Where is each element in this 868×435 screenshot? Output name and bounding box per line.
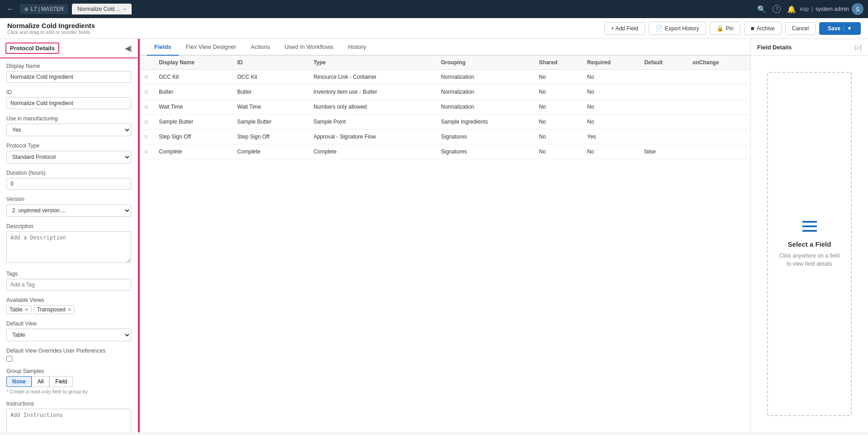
- drag-handle-icon[interactable]: ≡: [144, 118, 148, 125]
- cell-id: Sample Butter: [232, 115, 309, 129]
- back-button[interactable]: ←: [5, 3, 16, 16]
- instructions-label: Instructions: [6, 401, 131, 407]
- display-name-input[interactable]: [6, 71, 131, 83]
- col-header-id[interactable]: ID: [232, 56, 309, 70]
- description-textarea[interactable]: [6, 231, 131, 263]
- col-header-shared[interactable]: Shared: [535, 56, 583, 70]
- default-view-label: Default View: [6, 320, 131, 327]
- cancel-button[interactable]: Cancel: [785, 22, 816, 35]
- header-actions: + Add Field 📄 Export History 🔒 Pin ■ Arc…: [604, 22, 861, 35]
- group-samples-none-button[interactable]: None: [6, 376, 32, 387]
- save-dropdown-icon[interactable]: ▼: [844, 25, 852, 32]
- add-field-button[interactable]: + Add Field: [604, 22, 645, 35]
- available-views-field: Available Views Table ✕ Transposed ✕: [6, 297, 131, 314]
- drag-handle-icon[interactable]: ≡: [144, 133, 148, 140]
- page-title-block: Normalize Cold Ingredients Click and dra…: [7, 22, 604, 35]
- page-title: Normalize Cold Ingredients: [7, 22, 604, 29]
- cell-required: No: [583, 70, 640, 85]
- cell-type: Resource Link - Container: [309, 70, 436, 85]
- view-tag-transposed[interactable]: Transposed ✕: [34, 305, 75, 314]
- table-row[interactable]: ≡ Step Sign Off Step Sign Off Approval -…: [140, 129, 750, 144]
- user-lang: esp: [800, 6, 808, 12]
- save-button[interactable]: Save ▼: [819, 22, 861, 35]
- id-input[interactable]: [6, 97, 131, 109]
- cell-onchange: [688, 100, 750, 115]
- archive-icon: ■: [751, 25, 754, 32]
- col-header-type[interactable]: Type: [309, 56, 436, 70]
- svg-rect-1: [802, 225, 817, 227]
- cell-type: Approval - Signature Flow: [309, 129, 436, 144]
- cell-shared: No: [535, 100, 583, 115]
- col-header-default[interactable]: Default: [640, 56, 688, 70]
- drag-handle-icon[interactable]: ≡: [144, 88, 148, 96]
- tab-actions[interactable]: Actions: [243, 39, 277, 56]
- table-row[interactable]: ≡ OCC Kit OCC Kit Resource Link - Contai…: [140, 70, 750, 85]
- view-tag-transposed-label: Transposed: [37, 306, 66, 313]
- left-panel: Protocol Details ◀| Display Name ID Use …: [0, 39, 138, 432]
- search-icon[interactable]: 🔍: [757, 5, 766, 14]
- version-select[interactable]: 2. unpinned version ...: [6, 204, 131, 217]
- duration-input[interactable]: [6, 178, 131, 190]
- instructions-field: Instructions: [6, 401, 131, 432]
- tags-input[interactable]: [6, 279, 131, 291]
- right-panel: Field Details ▷| Select a Field Click an…: [750, 39, 868, 432]
- archive-label: Archive: [757, 25, 775, 32]
- drag-handle-icon[interactable]: ≡: [144, 73, 148, 81]
- col-header-grouping[interactable]: Grouping: [436, 56, 535, 70]
- remove-table-view-icon[interactable]: ✕: [24, 307, 28, 313]
- available-views-label: Available Views: [6, 297, 131, 303]
- cell-required: No: [583, 100, 640, 115]
- group-samples-buttons: None All Field: [6, 376, 131, 387]
- drag-handle-icon[interactable]: ≡: [144, 148, 148, 155]
- group-samples-field-button[interactable]: Field: [49, 376, 73, 387]
- pin-button[interactable]: 🔒 Pin: [710, 22, 740, 35]
- table-row[interactable]: ≡ Complete Complete Complete Signatures …: [140, 144, 750, 159]
- table-row[interactable]: ≡ Wait Time Wait Time Numbers only allow…: [140, 100, 750, 115]
- tab-flex-view-designer[interactable]: Flex View Designer: [179, 39, 244, 56]
- tab-history[interactable]: History: [341, 39, 373, 56]
- remove-transposed-view-icon[interactable]: ✕: [67, 307, 71, 313]
- export-icon: 📄: [655, 25, 663, 32]
- col-header-display-name[interactable]: Display Name: [154, 56, 232, 70]
- cell-display-name: Sample Butter: [154, 115, 232, 129]
- default-view-select[interactable]: Table Transposed: [6, 329, 131, 341]
- tags-field: Tags: [6, 271, 131, 291]
- table-row[interactable]: ≡ Butter Butter Inventory item use - But…: [140, 85, 750, 100]
- table-row[interactable]: ≡ Sample Butter Sample Butter Sample Poi…: [140, 115, 750, 129]
- export-history-button[interactable]: 📄 Export History: [649, 22, 706, 35]
- tags-label: Tags: [6, 271, 131, 277]
- app-label[interactable]: ⊞ L7 | MASTER: [20, 4, 68, 14]
- cell-display-name: Step Sign Off: [154, 129, 232, 144]
- protocol-details-header: Protocol Details ◀|: [0, 39, 138, 58]
- default-view-overrides-checkbox[interactable]: [6, 356, 12, 362]
- instructions-textarea[interactable]: [6, 409, 131, 432]
- cell-grouping: Normalization: [436, 70, 535, 85]
- cell-shared: No: [535, 85, 583, 100]
- active-tab[interactable]: Normalize Cold ... ×: [72, 4, 132, 14]
- protocol-type-select[interactable]: Standard Protocol: [6, 151, 131, 163]
- view-tag-table[interactable]: Table ✕: [6, 305, 32, 314]
- cell-display-name: Wait Time: [154, 100, 232, 115]
- close-tab-icon[interactable]: ×: [123, 6, 126, 12]
- col-header-required[interactable]: Required: [583, 56, 640, 70]
- help-icon[interactable]: ?: [773, 5, 781, 13]
- cell-id: Step Sign Off: [232, 129, 309, 144]
- page-subtitle: Click and drag to edit or reorder fields: [7, 29, 604, 35]
- archive-button[interactable]: ■ Archive: [744, 22, 782, 35]
- duration-field: Duration (hours): [6, 170, 131, 190]
- notifications-icon[interactable]: 🔔: [787, 5, 796, 14]
- col-header-onchange[interactable]: onChange: [688, 56, 750, 70]
- avatar[interactable]: S: [852, 3, 863, 15]
- tab-fields[interactable]: Fields: [147, 39, 179, 56]
- drag-handle-icon[interactable]: ≡: [144, 103, 148, 110]
- collapse-left-panel-button[interactable]: ◀|: [125, 44, 132, 53]
- cell-shared: No: [535, 144, 583, 159]
- select-field-placeholder: Select a Field Click anywhere on a field…: [767, 72, 852, 416]
- cell-required: No: [583, 115, 640, 129]
- use-in-mfg-select[interactable]: Yes No: [6, 124, 131, 136]
- tab-used-in-workflows[interactable]: Used In Workflows: [277, 39, 341, 56]
- group-samples-all-button[interactable]: All: [32, 376, 49, 387]
- cell-required: No: [583, 85, 640, 100]
- collapse-right-panel-button[interactable]: ▷|: [855, 43, 862, 51]
- display-name-field: Display Name: [6, 63, 131, 83]
